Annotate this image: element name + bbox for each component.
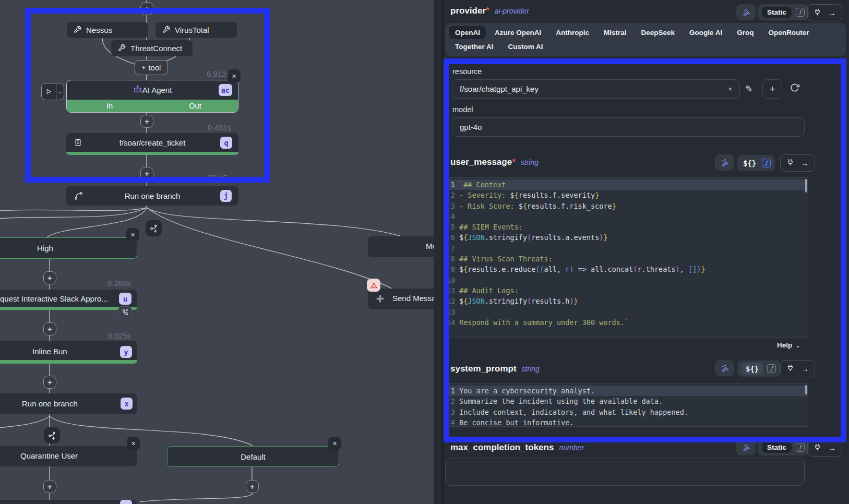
- add-step-connector[interactable]: +: [140, 115, 153, 128]
- editor-line[interactable]: 4: [447, 211, 808, 222]
- resource-input[interactable]: f/soar/chatgpt_api_key ×: [452, 79, 740, 99]
- provider-tab-custom-ai[interactable]: Custom AI: [503, 40, 549, 53]
- template-expression-button[interactable]: ${}: [742, 363, 763, 375]
- system-prompt-editor[interactable]: 1You are a cybersecurity analyst.2Summar…: [446, 383, 808, 427]
- tool-connector[interactable]: + tool: [135, 60, 168, 75]
- editor-line[interactable]: 13: [447, 307, 808, 317]
- add-branch-button[interactable]: [44, 427, 60, 443]
- node-create-ticket[interactable]: f/soar/create_ticket q: [66, 133, 238, 155]
- template-expression-button[interactable]: ${}: [742, 159, 758, 167]
- editor-line[interactable]: 2Summarize the incident using the availa…: [447, 396, 808, 406]
- add-step-connector[interactable]: +: [246, 480, 259, 493]
- provider-tab-groq[interactable]: Groq: [731, 26, 759, 39]
- add-branch-button[interactable]: [146, 220, 162, 236]
- add-step-connector[interactable]: +: [43, 271, 56, 284]
- static-mode-button[interactable]: Static: [762, 442, 792, 453]
- editor-line[interactable]: 3Include context, indicators, and what l…: [447, 407, 808, 417]
- model-input[interactable]: gpt-4o: [452, 117, 805, 137]
- ai-autofill-button[interactable]: [715, 154, 734, 171]
- io-in-label[interactable]: In: [67, 102, 152, 110]
- provider-tab-mistral[interactable]: Mistral: [598, 26, 632, 39]
- node-branch-high[interactable]: High: [0, 237, 137, 259]
- node-ai-agent[interactable]: AI Agent ac In Out: [66, 80, 238, 113]
- provider-tab-deepseek[interactable]: DeepSeek: [636, 26, 681, 39]
- help-dropdown[interactable]: Help ⌄: [777, 341, 800, 349]
- io-out-label[interactable]: Out: [152, 102, 238, 110]
- plug-icon[interactable]: [814, 8, 821, 18]
- arrow-right-icon[interactable]: →: [801, 159, 809, 167]
- add-step-connector[interactable]: +: [140, 2, 153, 15]
- arrow-right-icon[interactable]: →: [828, 443, 836, 452]
- run-node-button[interactable]: ⌄: [41, 83, 64, 100]
- expression-mode-icon[interactable]: ƒ: [767, 364, 776, 373]
- node-nessus[interactable]: Nessus: [67, 22, 148, 38]
- editor-line[interactable]: 6${JSON.stringify(results.a.events)}: [447, 232, 808, 243]
- provider-tab-azure-openai[interactable]: Azure OpenAI: [489, 26, 547, 39]
- editor-line[interactable]: 8## Virus Scan Threats:: [447, 254, 808, 264]
- node-threatconnect[interactable]: ThreatConnect: [111, 40, 193, 56]
- refresh-resource-button[interactable]: [790, 83, 799, 92]
- panel-scrollbar[interactable]: [441, 0, 445, 504]
- node-inline-bun[interactable]: Inline Bun y: [0, 341, 137, 364]
- editor-line[interactable]: 1You are a cybersecurity analyst.: [447, 386, 808, 396]
- line-number: 1: [447, 179, 459, 190]
- edit-resource-button[interactable]: ✎: [745, 83, 752, 94]
- close-icon[interactable]: ×: [126, 228, 139, 241]
- editor-line[interactable]: 2- Severity: ${results.f.severity}: [447, 190, 808, 200]
- add-step-connector[interactable]: +: [43, 322, 56, 335]
- workflow-canvas[interactable]: + Nessus VirusTotal ThreatConnect + tool…: [0, 0, 434, 504]
- provider-tab-anthropic[interactable]: Anthropic: [550, 26, 595, 39]
- expression-mode-icon[interactable]: ƒ: [796, 443, 805, 452]
- editor-line[interactable]: 10: [447, 275, 808, 285]
- plug-icon[interactable]: [814, 443, 821, 453]
- provider-tab-openai[interactable]: OpenAI: [449, 26, 486, 39]
- node-run-one-branch-2[interactable]: Run one branch x: [0, 393, 137, 414]
- add-step-connector[interactable]: +: [140, 167, 153, 180]
- editor-line[interactable]: 11## Audit Logs:: [447, 285, 808, 296]
- close-icon[interactable]: ×: [127, 437, 140, 450]
- node-bottom-clipped[interactable]: [0, 500, 137, 504]
- node-run-one-branch-1[interactable]: Run one branch j: [66, 186, 238, 206]
- model-label: model: [452, 105, 473, 114]
- editor-scrollbar-thumb[interactable]: [805, 385, 807, 394]
- user-message-editor[interactable]: 1`## Context2- Severity: ${results.f.sev…: [446, 177, 808, 338]
- plug-icon[interactable]: [786, 158, 794, 169]
- close-icon[interactable]: ×: [228, 69, 241, 82]
- expression-mode-icon[interactable]: ƒ: [796, 8, 805, 17]
- editor-line[interactable]: 12${JSON.stringify(results.h)}: [447, 296, 808, 306]
- node-branch-medium[interactable]: Medium: [368, 236, 434, 257]
- max-tokens-input[interactable]: [445, 458, 805, 486]
- editor-scrollbar-thumb[interactable]: [805, 179, 807, 193]
- node-slack-approval[interactable]: quest Interactive Slack Appro... u: [0, 290, 137, 310]
- plus-icon: +: [769, 83, 775, 95]
- clear-icon[interactable]: ×: [724, 85, 732, 93]
- provider-tab-together-ai[interactable]: Together AI: [449, 40, 499, 53]
- editor-line[interactable]: 1`## Context: [447, 179, 808, 190]
- editor-line[interactable]: 14Respond with a summary under 300 words…: [447, 317, 808, 328]
- editor-line[interactable]: 3- Risk Score: ${results.f.risk_score}: [447, 201, 808, 211]
- static-mode-button[interactable]: Static: [762, 7, 792, 18]
- editor-line[interactable]: 4Be concise but informative.: [447, 417, 808, 427]
- ai-autofill-button[interactable]: [736, 439, 756, 455]
- plug-icon[interactable]: [786, 364, 794, 374]
- node-send-message[interactable]: Send Message: [368, 289, 434, 309]
- add-step-connector[interactable]: +: [43, 480, 56, 493]
- provider-tab-google-ai[interactable]: Google AI: [684, 26, 728, 39]
- provider-tab-openrouter[interactable]: OpenRouter: [763, 26, 815, 39]
- node-virustotal[interactable]: VirusTotal: [156, 22, 237, 38]
- add-resource-button[interactable]: +: [762, 79, 782, 99]
- node-branch-default[interactable]: Default: [167, 446, 339, 467]
- ai-autofill-button[interactable]: [736, 4, 756, 20]
- add-step-connector[interactable]: +: [43, 376, 56, 389]
- chevron-down-icon[interactable]: ⌄: [56, 83, 64, 100]
- arrow-right-icon[interactable]: →: [801, 364, 809, 373]
- node-quarantine-user[interactable]: Quarantine User: [0, 446, 137, 466]
- editor-line[interactable]: 9${results.e.reduce((all, r) => all.conc…: [447, 264, 808, 274]
- node-ref-badge: x: [121, 398, 133, 410]
- expression-mode-icon[interactable]: ƒ: [762, 159, 771, 167]
- arrow-right-icon[interactable]: →: [828, 8, 836, 17]
- editor-line[interactable]: 7: [447, 243, 808, 254]
- editor-line[interactable]: 5## SIEM Events:: [447, 222, 808, 232]
- ai-autofill-button[interactable]: [715, 360, 734, 376]
- close-icon[interactable]: ×: [328, 437, 341, 450]
